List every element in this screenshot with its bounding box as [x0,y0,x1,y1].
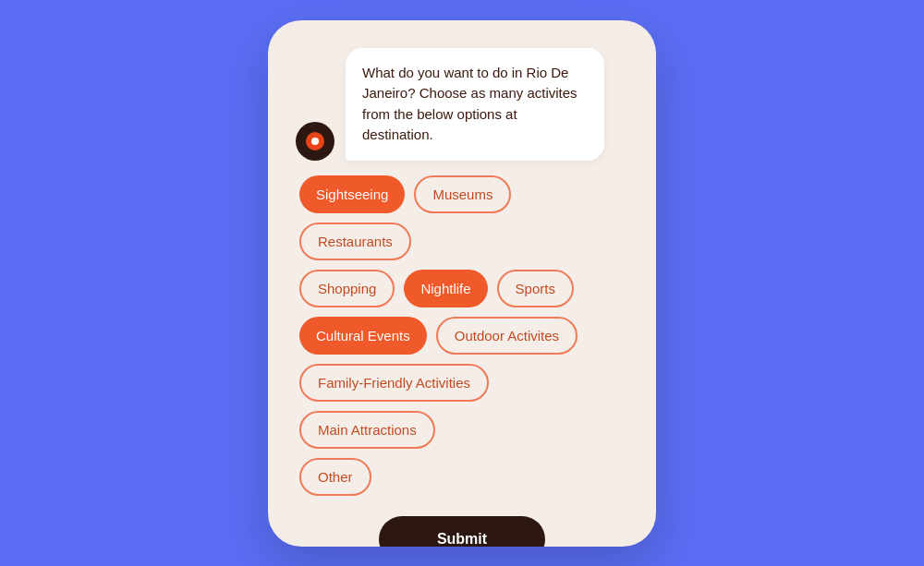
chip-sports[interactable]: Sports [497,270,574,307]
options-row-1: ShoppingNightlifeSports [299,270,628,307]
chip-family-friendly[interactable]: Family-Friendly Activities [299,364,489,402]
chip-restaurants[interactable]: Restaurants [299,223,411,260]
options-row-2: Cultural EventsOutdoor Activites [299,317,628,355]
chip-shopping[interactable]: Shopping [299,270,395,307]
chip-other[interactable]: Other [299,458,371,496]
avatar-icon [306,132,324,151]
options-row-4: Other [299,458,628,496]
chat-area: What do you want to do in Rio De Janeiro… [296,48,628,161]
chip-nightlife[interactable]: Nightlife [404,270,487,307]
phone-container: What do you want to do in Rio De Janeiro… [268,20,656,547]
chip-museums[interactable]: Museums [414,175,511,213]
chip-sightseeing[interactable]: Sightseeing [299,175,405,213]
chip-cultural-events[interactable]: Cultural Events [299,317,427,355]
chip-outdoor-activites[interactable]: Outdoor Activites [436,317,578,355]
options-row-3: Family-Friendly ActivitiesMain Attractio… [299,364,628,449]
chip-main-attractions[interactable]: Main Attractions [299,411,435,449]
message-bubble: What do you want to do in Rio De Janeiro… [346,48,604,161]
message-text: What do you want to do in Rio De Janeiro… [362,63,588,146]
submit-button[interactable]: Submit [379,516,545,547]
avatar [296,122,334,161]
options-container: SightseeingMuseumsRestaurantsShoppingNig… [296,175,628,496]
options-row-0: SightseeingMuseumsRestaurants [299,175,628,260]
